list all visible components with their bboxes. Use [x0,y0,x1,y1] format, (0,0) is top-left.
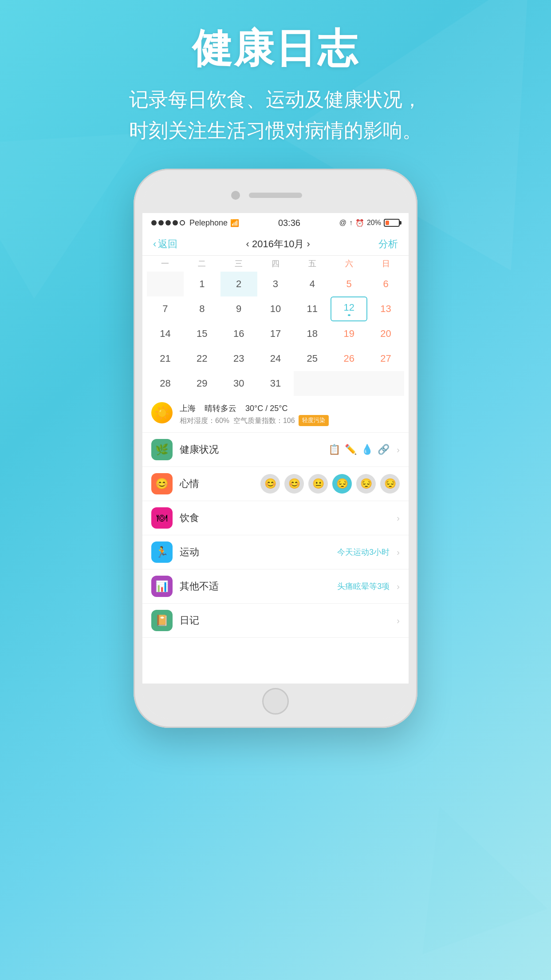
mood-face-4[interactable]: 😔 [332,474,352,494]
calendar-section: 一 二 三 四 五 六 日 1 2 3 4 5 6 [142,256,409,396]
humidity-text: 相对湿度：60% 空气质量指数：106 [180,415,295,427]
cal-day-21[interactable]: 21 [147,346,184,371]
mood-icon: 😊 [151,473,173,494]
cal-day-6[interactable]: 6 [367,272,404,296]
nav-bar: ‹ 返回 ‹ 2016年10月 › 分析 [142,233,409,256]
water-icon[interactable]: 💧 [361,444,373,455]
subtitle-line2: 时刻关注生活习惯对病情的影响。 [129,119,422,141]
diet-icon: 🍽 [151,507,173,529]
cal-day-11[interactable]: 11 [294,296,331,321]
cal-day-25[interactable]: 25 [294,346,331,371]
signal-dot-4 [173,220,178,225]
phone-mockup: Pelephone 📶 03:36 @ ↑ ⏰ 20% [134,169,417,728]
cal-day-9[interactable]: 9 [220,296,257,321]
phone-inner: Pelephone 📶 03:36 @ ↑ ⏰ 20% [142,178,409,719]
mood-label: 心情 [180,477,253,490]
cal-day-19[interactable]: 19 [331,321,367,346]
mood-item[interactable]: 😊 心情 😊 😊 😐 😔 😔 😔 [142,467,409,501]
battery-bar [384,219,400,227]
analyze-button[interactable]: 分析 [378,237,398,251]
today-dot [348,314,350,316]
status-time: 03:36 [278,218,300,228]
cal-day-30[interactable]: 30 [220,371,257,396]
cal-day-12[interactable]: 12 [331,296,367,321]
calendar-week-3: 14 15 16 17 18 19 20 [142,321,409,346]
health-action-icons: 📋 ✏️ 💧 🔗 [328,444,390,455]
cal-day-27[interactable]: 27 [367,346,404,371]
health-label: 健康状况 [180,443,321,456]
signal-dot-2 [158,220,164,225]
battery-percent: 20% [367,219,381,227]
mood-faces: 😊 😊 😐 😔 😔 😔 [260,474,400,494]
discomfort-icon: 📊 [151,576,173,597]
exercise-label: 运动 [180,545,330,559]
cal-day-14[interactable]: 14 [147,321,184,346]
cal-day-2[interactable]: 2 [220,272,257,296]
diary-icon: 📔 [151,610,173,631]
exercise-value: 今天运动3小时 [337,547,390,557]
health-icon: 🌿 [151,439,173,460]
link-icon[interactable]: 🔗 [378,444,390,455]
page-subtitle: 记录每日饮食、运动及健康状况， 时刻关注生活习惯对病情的影响。 [27,84,524,146]
discomfort-value: 头痛眩晕等3项 [337,581,390,592]
back-chevron: ‹ [153,238,156,250]
weekday-thu: 四 [257,256,294,272]
weekday-fri: 五 [294,256,331,272]
weekday-sun: 日 [367,256,404,272]
weather-city: 上海 [180,404,196,413]
phone-bottom [142,684,409,719]
cal-day-10[interactable]: 10 [257,296,294,321]
cal-day-13[interactable]: 13 [367,296,404,321]
diet-item[interactable]: 🍽 饮食 › [142,501,409,535]
weekday-tue: 二 [184,256,220,272]
cal-day-1[interactable]: 1 [184,272,220,296]
cal-day-18[interactable]: 18 [294,321,331,346]
weekday-mon: 一 [147,256,184,272]
cal-day-28[interactable]: 28 [147,371,184,396]
cal-day-15[interactable]: 15 [184,321,220,346]
status-right: @ ↑ ⏰ 20% [339,219,400,227]
cal-day-17[interactable]: 17 [257,321,294,346]
weather-info: 上海 晴转多云 30°C / 25°C 相对湿度：60% 空气质量指数：106 … [180,402,329,426]
cal-day-empty-5a [294,371,331,396]
edit-icon[interactable]: ✏️ [345,444,357,455]
cal-day-24[interactable]: 24 [257,346,294,371]
exercise-item[interactable]: 🏃 运动 今天运动3小时 › [142,535,409,569]
mood-face-5[interactable]: 😔 [356,474,376,494]
mood-face-1[interactable]: 😊 [260,474,280,494]
cal-day-3[interactable]: 3 [257,272,294,296]
discomfort-chevron: › [397,581,400,592]
cal-day-29[interactable]: 29 [184,371,220,396]
weather-condition: 晴转多云 [205,404,236,413]
cal-day-8[interactable]: 8 [184,296,220,321]
diary-item[interactable]: 📔 日记 › [142,604,409,638]
cal-day-26[interactable]: 26 [331,346,367,371]
weather-section: ☀️ 上海 晴转多云 30°C / 25°C 相对湿度：60% 空气质量指数：1… [142,396,409,433]
phone-speaker [249,193,302,198]
exercise-icon: 🏃 [151,541,173,563]
cal-day-22[interactable]: 22 [184,346,220,371]
signal-dot-3 [165,220,171,225]
cal-day-23[interactable]: 23 [220,346,257,371]
mood-face-2[interactable]: 😊 [284,474,304,494]
cal-day-4[interactable]: 4 [294,272,331,296]
health-item[interactable]: 🌿 健康状况 📋 ✏️ 💧 🔗 › [142,433,409,467]
back-button[interactable]: ‹ 返回 [153,237,177,251]
mood-face-3[interactable]: 😐 [308,474,328,494]
cal-day-empty-1[interactable] [147,272,184,296]
record-icon[interactable]: 📋 [328,444,340,455]
diary-label: 日记 [180,614,390,627]
health-chevron: › [397,445,400,455]
cal-day-20[interactable]: 20 [367,321,404,346]
cal-day-7[interactable]: 7 [147,296,184,321]
cal-day-16[interactable]: 16 [220,321,257,346]
phone-camera [231,191,240,200]
screen: Pelephone 📶 03:36 @ ↑ ⏰ 20% [142,213,409,684]
calendar-week-5: 28 29 30 31 [142,371,409,396]
cal-day-31[interactable]: 31 [257,371,294,396]
mood-face-6[interactable]: 😔 [380,474,400,494]
home-button[interactable] [262,688,289,715]
discomfort-item[interactable]: 📊 其他不适 头痛眩晕等3项 › [142,569,409,604]
cal-day-5[interactable]: 5 [331,272,367,296]
wifi-icon: 📶 [230,219,239,227]
